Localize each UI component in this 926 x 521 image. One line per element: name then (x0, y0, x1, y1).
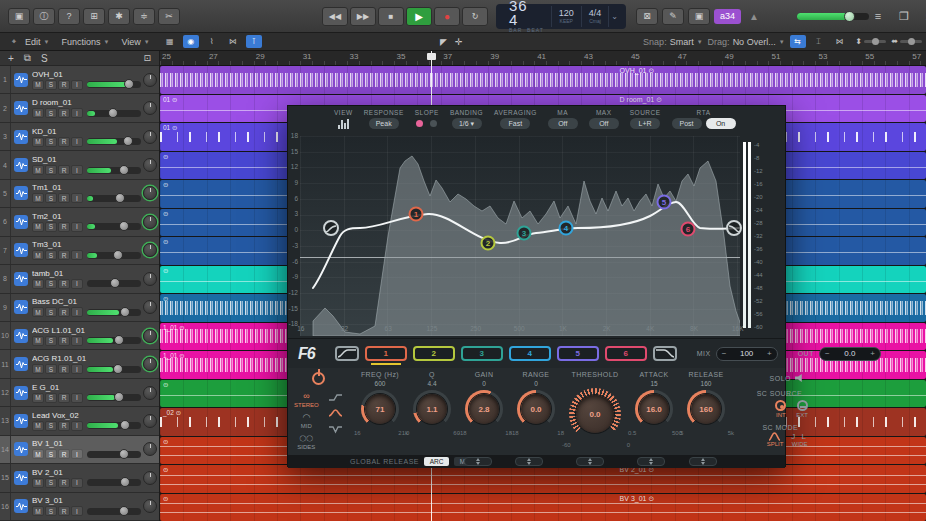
volume-slider-knob[interactable] (108, 108, 118, 118)
input-monitor-button[interactable]: I (71, 506, 83, 516)
record-enable-button[interactable]: R (58, 193, 70, 203)
solo-button[interactable]: S (45, 80, 57, 90)
volume-slider[interactable] (87, 309, 141, 316)
high-cut-marker[interactable] (726, 220, 742, 236)
sides-mode-button[interactable]: ◯◯SIDES (294, 434, 319, 450)
rta-post-select[interactable]: Post (672, 118, 702, 129)
attack-stepper[interactable] (637, 457, 665, 466)
input-monitor-button[interactable]: I (71, 250, 83, 260)
track-row[interactable]: 12 E G_01 M S R I (0, 379, 159, 407)
volume-knob[interactable] (844, 11, 855, 22)
track-row[interactable]: 16 BV 3_01 M S R I (0, 493, 159, 521)
solo-button[interactable]: S (45, 108, 57, 118)
mute-button[interactable]: M (32, 393, 44, 403)
catch-icon[interactable]: ⊺ (246, 35, 262, 48)
solo-button[interactable]: S (45, 421, 57, 431)
menu-edit[interactable]: Edit▼ (25, 37, 49, 47)
volume-slider[interactable] (87, 508, 141, 515)
loops-browser-icon[interactable]: Ω (921, 10, 926, 22)
record-enable-button[interactable]: R (58, 279, 70, 289)
solo-button[interactable]: S (45, 506, 57, 516)
band-button[interactable]: 6 (605, 346, 647, 361)
input-monitor-button[interactable]: I (71, 193, 83, 203)
solo-control[interactable]: SOLO (770, 374, 804, 382)
response-select[interactable]: Peak (369, 118, 399, 129)
spectrum-view-icon[interactable] (338, 118, 349, 129)
grid-icon[interactable]: ▦ (162, 35, 178, 48)
input-monitor-button[interactable]: I (71, 279, 83, 289)
mix-minus-button[interactable]: − (722, 349, 727, 358)
pan-knob[interactable] (143, 329, 157, 343)
playhead-handle[interactable] (427, 53, 436, 60)
volume-slider-knob[interactable] (123, 136, 133, 146)
mix-plus-button[interactable]: + (767, 349, 772, 358)
volume-slider-knob[interactable] (120, 420, 130, 430)
knob[interactable]: 160 5 5k (687, 390, 725, 428)
key-command-icon[interactable]: ⊠ (636, 8, 658, 25)
rewind-button[interactable]: ◀◀ (322, 7, 348, 26)
band-button[interactable]: 3 (461, 346, 503, 361)
mixer-icon[interactable]: ≑ (133, 8, 155, 25)
volume-slider-knob[interactable] (113, 250, 123, 260)
inspector-icon[interactable]: ⓘ (33, 8, 55, 25)
out-plus-button[interactable]: + (870, 349, 875, 358)
mute-button[interactable]: M (32, 108, 44, 118)
volume-slider[interactable] (87, 138, 141, 145)
power-button[interactable] (312, 372, 325, 385)
automation-icon[interactable]: ◉ (183, 35, 199, 48)
track-row[interactable]: 7 Tm3_01 M S R I (0, 237, 159, 265)
input-monitor-button[interactable]: I (71, 393, 83, 403)
volume-slider-knob[interactable] (120, 477, 130, 487)
rta-on-toggle[interactable]: On (706, 118, 736, 129)
banding-select[interactable]: 1/6 ▾ (452, 118, 482, 129)
volume-slider[interactable] (87, 422, 141, 429)
sc-source-int-button[interactable]: INT (775, 400, 786, 418)
add-track-button[interactable]: + (8, 53, 14, 64)
mute-button[interactable]: M (32, 421, 44, 431)
record-enable-button[interactable]: R (58, 222, 70, 232)
band-button[interactable]: 1 (365, 346, 407, 361)
volume-slider-knob[interactable] (115, 193, 125, 203)
stereo-mode-button[interactable]: ∞STEREO (294, 392, 319, 408)
averaging-select[interactable]: Fast (500, 118, 530, 129)
mute-button[interactable]: M (32, 193, 44, 203)
horizontal-zoom-slider[interactable] (900, 40, 922, 43)
low-cut-band-button[interactable] (335, 346, 359, 361)
mute-button[interactable]: M (32, 137, 44, 147)
pan-knob[interactable] (143, 158, 157, 172)
slope-dot-inactive[interactable] (430, 120, 437, 127)
band-button[interactable]: 2 (413, 346, 455, 361)
volume-slider[interactable] (87, 167, 141, 174)
solo-status-icon[interactable]: ▣ (688, 8, 710, 25)
track-row[interactable]: 15 BV 2_01 M S R I (0, 464, 159, 492)
media-browser-icon[interactable]: ▣ (8, 8, 30, 25)
range-stepper[interactable] (515, 457, 543, 466)
band-button[interactable]: 5 (557, 346, 599, 361)
mute-button[interactable]: M (32, 449, 44, 459)
input-monitor-button[interactable]: I (71, 421, 83, 431)
out-value[interactable]: − 0.0 + (819, 347, 881, 361)
arc-button[interactable]: ARC (424, 457, 449, 466)
slope-dot-active[interactable] (416, 120, 423, 127)
mute-button[interactable]: M (32, 478, 44, 488)
band-marker[interactable]: 3 (517, 226, 532, 241)
solo-button[interactable]: S (45, 336, 57, 346)
track-row[interactable]: 3 KD_01 M S R I (0, 123, 159, 151)
forward-button[interactable]: ▶▶ (350, 7, 376, 26)
note-pads-icon[interactable]: ❐ (895, 10, 913, 23)
mute-button[interactable]: M (32, 364, 44, 374)
volume-slider[interactable] (87, 366, 141, 373)
input-monitor-button[interactable]: I (71, 307, 83, 317)
list-editors-icon[interactable]: ≡ (869, 10, 887, 22)
record-enable-button[interactable]: R (58, 364, 70, 374)
solo-button[interactable]: S (45, 165, 57, 175)
volume-slider-knob[interactable] (124, 79, 134, 89)
track-row[interactable]: 1 OVH_01 M S R I (0, 66, 159, 94)
drag-dropdown[interactable]: Drag:No Overl...▼ (708, 37, 785, 47)
pan-knob[interactable] (143, 243, 157, 257)
master-solo-button[interactable]: S (41, 53, 48, 64)
pan-knob[interactable] (143, 130, 157, 144)
flex-icon[interactable]: ⌇ (204, 35, 220, 48)
solo-button[interactable]: S (45, 478, 57, 488)
pan-knob[interactable] (143, 101, 157, 115)
